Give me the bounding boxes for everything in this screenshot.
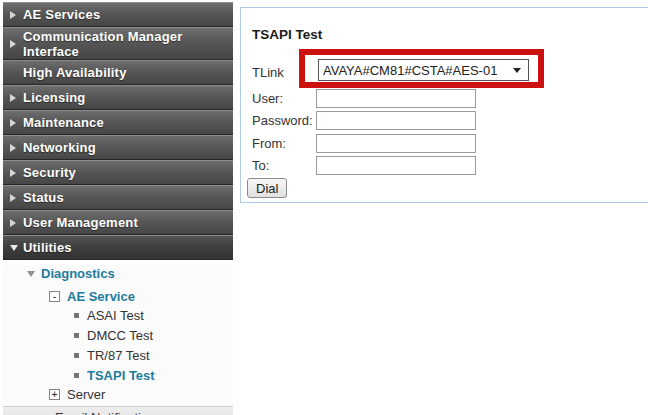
sidebar-item-label: Licensing [23, 90, 85, 105]
sidebar-item-label: ASAI Test [87, 308, 144, 323]
sidebar-item-asai-test[interactable]: ASAI Test [3, 305, 233, 325]
sidebar-item-label: TR/87 Test [87, 348, 150, 363]
sidebar-item-label: Security [23, 165, 76, 180]
square-bullet-icon [74, 353, 79, 358]
chevron-right-icon [10, 11, 16, 19]
sidebar-item-networking[interactable]: Networking [3, 135, 233, 160]
sidebar-item-label: Utilities [23, 240, 72, 255]
user-input[interactable] [316, 89, 476, 108]
square-bullet-icon [74, 333, 79, 338]
sidebar-item-diagnostics[interactable]: Diagnostics [3, 265, 233, 282]
sidebar-item-label: High Availability [23, 65, 127, 80]
sidebar-item-maintenance[interactable]: Maintenance [3, 110, 233, 135]
sidebar-item-licensing[interactable]: Licensing [3, 85, 233, 110]
square-bullet-icon [74, 313, 79, 318]
chevron-right-icon [10, 169, 16, 177]
sidebar-item-label: AE Service [67, 289, 135, 304]
chevron-down-icon [10, 245, 18, 251]
from-input[interactable] [316, 134, 476, 153]
sidebar-item-label: DMCC Test [87, 328, 153, 343]
sidebar-item-label: Server [67, 387, 105, 402]
sidebar-item-label: Email Notification [55, 407, 155, 415]
sidebar-item-label: User Management [23, 215, 138, 230]
sidebar-item-label: Networking [23, 140, 96, 155]
chevron-right-icon [10, 144, 16, 152]
sidebar-item-security[interactable]: Security [3, 160, 233, 185]
sidebar-item-label: Diagnostics [41, 266, 115, 281]
sidebar-nav: AE Services Communication Manager Interf… [3, 2, 233, 415]
from-label: From: [252, 136, 286, 151]
sidebar-item-ae-service[interactable]: - AE Service [3, 288, 233, 305]
sidebar-item-utilities[interactable]: Utilities [3, 235, 233, 260]
sidebar-item-label: TSAPI Test [87, 368, 155, 383]
chevron-down-icon [27, 271, 35, 277]
sidebar-item-label: Maintenance [23, 115, 104, 130]
tree-expand-icon[interactable]: + [49, 389, 60, 400]
tsapi-test-panel: TSAPI Test TLink AVAYA#CM81#CSTA#AES-01 … [240, 7, 648, 203]
sidebar-item-tr87-test[interactable]: TR/87 Test [3, 345, 233, 365]
dial-button[interactable]: Dial [247, 178, 287, 198]
sidebar-item-status[interactable]: Status [3, 185, 233, 210]
sidebar-item-user-management[interactable]: User Management [3, 210, 233, 235]
user-label: User: [252, 91, 283, 106]
sidebar-item-dmcc-test[interactable]: DMCC Test [3, 325, 233, 345]
sidebar-item-server[interactable]: + Server [3, 385, 233, 403]
chevron-right-icon [10, 40, 16, 48]
tlink-select[interactable]: AVAYA#CM81#CSTA#AES-01 [318, 59, 529, 81]
sidebar-item-label: AE Services [23, 7, 100, 22]
sidebar-item-tsapi-test[interactable]: TSAPI Test [3, 365, 233, 385]
sidebar-item-communication-manager-interface[interactable]: Communication Manager Interface [3, 27, 233, 60]
password-label: Password: [252, 113, 313, 128]
to-label: To: [252, 158, 269, 173]
sidebar-item-email-notification[interactable]: Email Notification [3, 406, 233, 415]
page-title: TSAPI Test [252, 27, 322, 42]
sidebar-item-high-availability[interactable]: High Availability [3, 60, 233, 85]
utilities-submenu: Diagnostics - AE Service ASAI Test DMCC … [3, 265, 233, 415]
sidebar-item-label: Status [23, 190, 64, 205]
chevron-right-icon [10, 94, 16, 102]
password-input[interactable] [316, 111, 476, 130]
tlink-label: TLink [252, 65, 284, 80]
square-bullet-icon [74, 373, 79, 378]
chevron-right-icon [10, 119, 16, 127]
sidebar-item-label: Communication Manager Interface [23, 29, 218, 59]
to-input[interactable] [316, 156, 476, 175]
chevron-right-icon [10, 219, 16, 227]
chevron-right-icon [10, 194, 16, 202]
sidebar-item-ae-services[interactable]: AE Services [3, 2, 233, 27]
tree-collapse-icon[interactable]: - [49, 291, 60, 302]
